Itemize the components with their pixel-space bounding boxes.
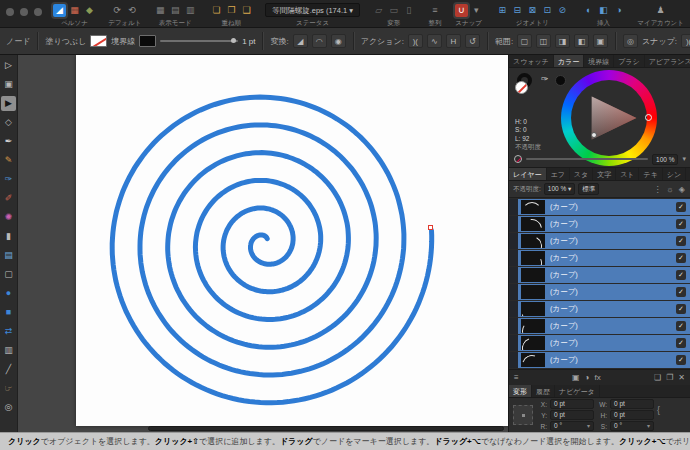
layer-row[interactable]: (カーブ)✓ (509, 352, 690, 368)
arrange-to-back-icon[interactable]: ❏ (210, 4, 223, 17)
tab-layers-7[interactable]: 書き (686, 168, 690, 180)
layer-row[interactable]: (カーブ)✓ (509, 335, 690, 351)
layers-settings-icon[interactable]: ☼ (666, 185, 675, 194)
fill-none-well[interactable] (515, 81, 528, 94)
flip-horizontal-icon[interactable]: ▱ (372, 4, 385, 17)
boolean-divide-icon[interactable]: ⊡ (541, 4, 554, 17)
boolean-subtract-icon[interactable]: ⊟ (511, 4, 524, 17)
designer-persona-icon[interactable]: ◢ (53, 4, 66, 17)
tab-layers-4[interactable]: スト (616, 168, 639, 180)
anchor-selector[interactable] (513, 405, 533, 425)
zoom-window-button[interactable] (34, 8, 42, 16)
tab-color-2[interactable]: 境界線 (584, 55, 614, 67)
account-icon[interactable]: ♟ (654, 4, 667, 17)
layer-expander[interactable] (509, 352, 518, 368)
lasso-select-button[interactable]: ◎ (623, 34, 638, 48)
aspect-link-icon[interactable]: { (657, 405, 667, 415)
range-option-4-button[interactable]: ◧ (574, 34, 589, 48)
place-image-tool[interactable]: ▤ (1, 248, 16, 263)
layer-expander[interactable] (509, 216, 518, 232)
tab-layers-5[interactable]: テキ (639, 168, 662, 180)
layer-visibility-checkbox[interactable]: ✓ (676, 304, 686, 314)
layer-row[interactable]: (カーブ)✓ (509, 301, 690, 317)
layer-effects-icon[interactable]: fx (594, 373, 600, 382)
mask-layer-icon[interactable]: ▣ (572, 373, 580, 382)
action-join-curves-button[interactable]: H (446, 34, 461, 48)
transform-field-input[interactable]: 0 °▾ (610, 421, 654, 431)
layer-visibility-checkbox[interactable]: ✓ (676, 270, 686, 280)
paint-brush-tool[interactable]: ✐ (1, 191, 16, 206)
snapping-caret-icon[interactable]: ▾ (470, 4, 483, 17)
layer-expander[interactable] (509, 199, 518, 215)
horizontal-scrollbar[interactable] (148, 426, 504, 431)
pen-tool[interactable]: ✒ (1, 134, 16, 149)
layer-row[interactable]: (カーブ)✓ (509, 199, 690, 215)
view-tool[interactable]: ☞ (1, 381, 16, 396)
ellipse-tool[interactable]: ● (1, 286, 16, 301)
tab-color-4[interactable]: アピアランス (645, 55, 690, 67)
layer-visibility-checkbox[interactable]: ✓ (676, 321, 686, 331)
layer-expander[interactable] (509, 301, 518, 317)
tab-layers-2[interactable]: スタ (570, 168, 593, 180)
tab-transform-0[interactable]: 変形 (509, 385, 532, 397)
tab-color-1[interactable]: カラー (554, 55, 584, 67)
flip-vertical-icon[interactable]: ▭ (387, 4, 400, 17)
transparency-tool[interactable]: ⇄ (1, 324, 16, 339)
stroke-width-slider[interactable] (160, 40, 238, 42)
tab-layers-6[interactable]: シン (663, 168, 686, 180)
minimize-button[interactable] (20, 8, 28, 16)
layer-expander[interactable] (509, 233, 518, 249)
layer-row[interactable]: (カーブ)✓ (509, 318, 690, 334)
transform-field-input[interactable]: 0 pt (610, 410, 654, 420)
transform-field-input[interactable]: 0 pt (550, 399, 594, 409)
tab-layers-3[interactable]: 文字 (593, 168, 616, 180)
tab-layers-1[interactable]: エフ (547, 168, 570, 180)
saturation-marker[interactable] (591, 132, 597, 138)
color-wheel[interactable] (561, 70, 657, 166)
export-persona-icon[interactable]: ◆ (83, 4, 96, 17)
layer-row[interactable]: (カーブ)✓ (509, 267, 690, 283)
layer-options-icon[interactable]: ≡ (514, 373, 519, 382)
spiral-curve[interactable] (18, 55, 508, 432)
vector-brush-tool[interactable]: ✑ (1, 172, 16, 187)
layer-visibility-checkbox[interactable]: ✓ (676, 355, 686, 365)
boolean-add-icon[interactable]: ⊞ (496, 4, 509, 17)
arrange-backward-icon[interactable]: ❐ (225, 4, 238, 17)
convert-smooth-button[interactable]: ◠ (312, 34, 327, 48)
snap-offcurve-button[interactable]: )( (681, 34, 690, 48)
layer-expander[interactable] (509, 335, 518, 351)
opacity-slider[interactable] (526, 158, 648, 160)
layer-visibility-checkbox[interactable]: ✓ (676, 338, 686, 348)
convert-smart-button[interactable]: ◉ (331, 34, 346, 48)
gradient-tool[interactable]: ▮ (1, 229, 16, 244)
move-tool[interactable]: ▷ (1, 58, 16, 73)
blend-mode-select[interactable]: 標準 (578, 183, 599, 195)
no-opacity-icon[interactable] (514, 155, 522, 163)
tab-transform-1[interactable]: 履歴 (532, 385, 555, 397)
opacity-value[interactable]: 100 % (652, 154, 678, 165)
boolean-combine-icon[interactable]: ⊘ (556, 4, 569, 17)
rectangle-tool[interactable]: ■ (1, 305, 16, 320)
add-group-icon[interactable]: ❐ (666, 373, 673, 382)
convert-sharp-button[interactable]: ◢ (293, 34, 308, 48)
pencil-tool[interactable]: ✎ (1, 153, 16, 168)
stroke-swatch[interactable] (139, 35, 156, 47)
color-picker-tool[interactable]: ╱ (1, 362, 16, 377)
fill-stroke-indicator[interactable]: ✑ (515, 72, 561, 98)
split-view-icon[interactable]: ▥ (184, 4, 197, 17)
tab-color-3[interactable]: ブラシ (614, 55, 645, 67)
crop-tool[interactable]: ▢ (1, 267, 16, 282)
document-tab[interactable]: 等間隔螺旋.eps (174.1 ▾ (265, 3, 360, 17)
pixel-persona-icon[interactable]: ▦ (68, 4, 81, 17)
range-option-3-button[interactable]: ◨ (555, 34, 570, 48)
layer-row[interactable]: (カーブ)✓ (509, 216, 690, 232)
artboard-tool[interactable]: ▣ (1, 77, 16, 92)
transform-field-input[interactable]: 0 pt (610, 399, 654, 409)
sync-defaults-icon[interactable]: ⟳ (111, 4, 124, 17)
zoom-tool[interactable]: ◎ (1, 400, 16, 415)
vector-view-icon[interactable]: ▦ (154, 4, 167, 17)
tab-transform-2[interactable]: ナビゲータ (555, 385, 600, 397)
canvas-area[interactable] (18, 55, 508, 432)
mesh-warp-tool[interactable]: ▥ (1, 343, 16, 358)
layer-visibility-checkbox[interactable]: ✓ (676, 236, 686, 246)
